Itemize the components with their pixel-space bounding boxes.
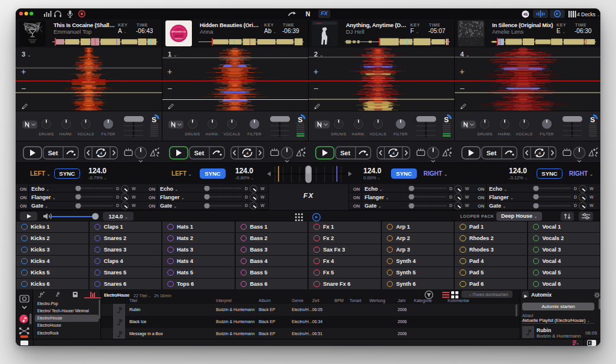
svg-text:FILTER: FILTER bbox=[247, 132, 262, 137]
svg-text:Set: Set bbox=[340, 150, 351, 157]
svg-text:FILTER: FILTER bbox=[540, 132, 554, 137]
svg-text:S: S bbox=[444, 116, 449, 124]
svg-text:Set: Set bbox=[194, 150, 205, 157]
svg-text:KOMPAKT: KOMPAKT bbox=[175, 38, 182, 40]
svg-text:DRUMS: DRUMS bbox=[185, 132, 200, 137]
svg-text:4: 4 bbox=[100, 152, 102, 156]
svg-text:VOCALS: VOCALS bbox=[370, 132, 387, 137]
svg-text:4: 4 bbox=[392, 152, 395, 156]
svg-text:HARM.: HARM. bbox=[60, 132, 73, 137]
svg-text:HARM.: HARM. bbox=[498, 132, 511, 137]
svg-text:S: S bbox=[298, 116, 303, 124]
svg-text:4: 4 bbox=[538, 152, 541, 156]
svg-text:Set: Set bbox=[48, 150, 58, 157]
svg-text:DRUMS: DRUMS bbox=[331, 132, 346, 137]
svg-text:S: S bbox=[590, 116, 595, 124]
svg-text:DRUMS: DRUMS bbox=[38, 132, 54, 137]
svg-text:HARM.: HARM. bbox=[206, 132, 219, 137]
svg-text:4: 4 bbox=[246, 152, 248, 156]
svg-text:S: S bbox=[152, 116, 156, 124]
svg-text:Set: Set bbox=[487, 150, 497, 157]
svg-text:FILTER: FILTER bbox=[393, 132, 408, 137]
svg-text:VOCALS: VOCALS bbox=[224, 132, 241, 137]
svg-text:HARM.: HARM. bbox=[352, 132, 365, 137]
svg-text:✕✕✕: ✕✕✕ bbox=[316, 22, 322, 25]
svg-text:FILTER: FILTER bbox=[101, 132, 116, 137]
svg-text:VOCALS: VOCALS bbox=[78, 132, 94, 137]
svg-text:SPEICHER 101: SPEICHER 101 bbox=[171, 31, 186, 33]
svg-text:45: 45 bbox=[523, 13, 528, 17]
svg-text:DRUMS: DRUMS bbox=[477, 132, 492, 137]
svg-text:VOCALS: VOCALS bbox=[516, 132, 533, 137]
